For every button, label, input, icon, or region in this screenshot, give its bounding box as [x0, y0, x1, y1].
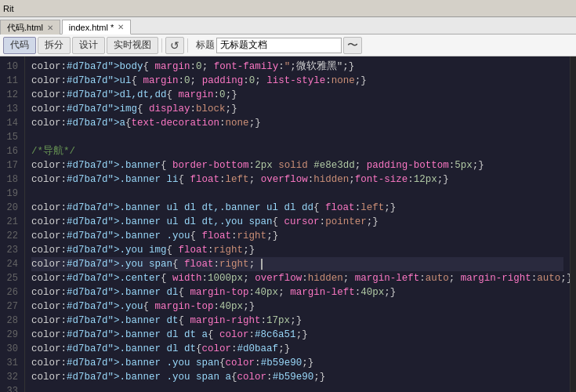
- line-number: 32: [3, 370, 18, 384]
- tab-label-index: index.html *: [69, 23, 114, 32]
- toolbar-btn-split[interactable]: 拆分: [38, 37, 71, 54]
- code-line: [31, 130, 563, 144]
- tab-code-html[interactable]: 代码.html ✕: [0, 20, 60, 34]
- line-number: 23: [3, 243, 18, 257]
- tab-bar: 代码.html ✕ index.html * ✕: [0, 17, 576, 34]
- toolbar-btn-code-label: 代码: [10, 38, 29, 52]
- line-number: 16: [3, 144, 18, 158]
- code-line: color:#d7ba7d">img{ display:block;}: [31, 102, 563, 116]
- line-number: 25: [3, 271, 18, 285]
- code-line: color:#d7ba7d">.you{ margin-top:40px;}: [31, 299, 563, 314]
- toolbar-btn-design[interactable]: 设计: [72, 37, 105, 54]
- line-number: 29: [3, 328, 18, 342]
- line-number: 17: [3, 158, 18, 172]
- code-line: color:#d7ba7d">.center{ width:1000px; ov…: [31, 271, 563, 285]
- code-line: color:#d7ba7d">a{text-decoration:none;}: [31, 116, 563, 130]
- code-line: color:#d7ba7d">dl,dt,dd{ margin:0;}: [31, 88, 563, 102]
- line-number: 24: [3, 257, 18, 271]
- toolbar-btn-code[interactable]: 代码: [3, 37, 36, 54]
- toolbar-btn-liveview-label: 实时视图: [114, 38, 151, 52]
- code-line: color:#d7ba7d">.you span{ float:right;: [31, 257, 563, 271]
- code-line: color:#d7ba7d">ul{ margin:0; padding:0; …: [31, 74, 563, 88]
- line-number: 11: [3, 74, 18, 88]
- line-number: 13: [3, 102, 18, 116]
- code-line: color:#d7ba7d">.banner .you span{color:#…: [31, 356, 563, 370]
- code-line: color:#d7ba7d">.you img{ float:right;}: [31, 243, 563, 257]
- title-bar: Rit: [0, 0, 576, 17]
- code-line: [31, 384, 563, 392]
- tab-label-code: 代码.html: [7, 22, 43, 34]
- title-bar-text: Rit: [3, 4, 13, 13]
- code-line: /*导航*/: [31, 144, 563, 158]
- scroll-indicator[interactable]: [570, 56, 576, 392]
- code-line: color:#d7ba7d">.banner dl{ margin-top:40…: [31, 285, 563, 299]
- line-number: 12: [3, 88, 18, 102]
- refresh-button[interactable]: ↺: [165, 37, 184, 54]
- code-line: color:#d7ba7d">.banner dt{ margin-right:…: [31, 314, 563, 328]
- line-number: 19: [3, 187, 18, 201]
- tab-close-index[interactable]: ✕: [118, 23, 124, 31]
- wave-button[interactable]: 〜: [343, 37, 362, 54]
- code-line: color:#d7ba7d">.banner ul dl dt,.banner …: [31, 201, 563, 215]
- code-line: color:#d7ba7d">.banner ul dl dt,.you spa…: [31, 215, 563, 229]
- line-number: 10: [3, 60, 18, 74]
- line-number: 33: [3, 384, 18, 392]
- line-number: 28: [3, 314, 18, 328]
- toolbar-btn-liveview[interactable]: 实时视图: [107, 37, 158, 54]
- line-number: 18: [3, 172, 18, 187]
- editor-container: 1011121314151617181920212223242526272829…: [0, 56, 576, 392]
- title-input[interactable]: [216, 38, 342, 53]
- code-line: color:#d7ba7d">.banner .you{ float:right…: [31, 229, 563, 243]
- toolbar-btn-design-label: 设计: [79, 38, 98, 52]
- code-line: color:#d7ba7d">.banner li{ float:left; o…: [31, 172, 563, 187]
- code-line: color:#d7ba7d">.banner dl dt a{ color:#8…: [31, 328, 563, 342]
- toolbar: 代码 拆分 设计 实时视图 ↺ 标题 〜: [0, 34, 576, 56]
- line-numbers: 1011121314151617181920212223242526272829…: [0, 56, 25, 392]
- line-number: 15: [3, 130, 18, 144]
- code-line: color:#d7ba7d">.banner .you span a{color…: [31, 370, 563, 384]
- refresh-icon: ↺: [170, 39, 179, 52]
- line-number: 20: [3, 201, 18, 215]
- code-area[interactable]: color:#d7ba7d">body{ margin:0; font-fami…: [25, 56, 570, 392]
- code-line: color:#d7ba7d">body{ margin:0; font-fami…: [31, 60, 563, 74]
- tab-index-html[interactable]: index.html * ✕: [62, 20, 131, 34]
- code-line: [31, 187, 563, 201]
- toolbar-separator-1: [161, 38, 162, 53]
- title-label: 标题: [196, 38, 215, 52]
- code-line: color:#d7ba7d">.banner{ border-bottom:2p…: [31, 158, 563, 172]
- line-number: 21: [3, 215, 18, 229]
- editor-content[interactable]: 1011121314151617181920212223242526272829…: [0, 56, 576, 392]
- line-number: 31: [3, 356, 18, 370]
- line-number: 14: [3, 116, 18, 130]
- line-number: 22: [3, 229, 18, 243]
- toolbar-separator-2: [187, 38, 188, 53]
- line-number: 30: [3, 342, 18, 356]
- code-line: color:#d7ba7d">.banner dl dt{color:#d0ba…: [31, 342, 563, 356]
- line-number: 26: [3, 285, 18, 299]
- toolbar-btn-split-label: 拆分: [45, 38, 63, 52]
- tab-close-code[interactable]: ✕: [47, 24, 53, 32]
- line-number: 27: [3, 299, 18, 314]
- wave-icon: 〜: [347, 38, 358, 53]
